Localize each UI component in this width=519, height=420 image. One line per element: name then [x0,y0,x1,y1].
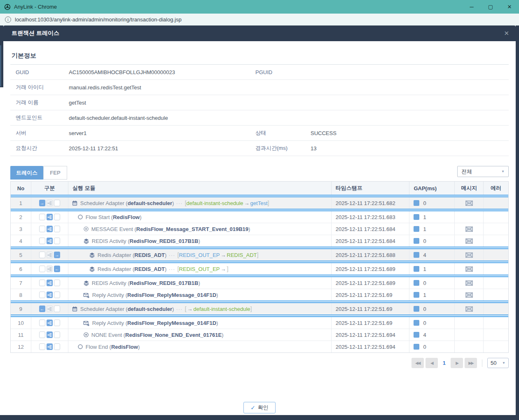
maximize-button[interactable]: ▢ [481,0,500,14]
gap-cell: 1 [409,263,455,275]
table-row[interactable]: 10Reply Activity ( RedisFlow_ReplyMessag… [11,317,508,329]
info-row: 요청시간2025-12-11 17:22:51경과시간(ms)13 [10,141,509,156]
confirm-button-label: 확인 [258,404,269,411]
table-row[interactable]: 6←Redis Adapter ( REDIS_ADT )···[REDIS_O… [11,263,508,275]
tabs-row: 트레이스 FEP 전체 ▼ [10,166,509,180]
gap-cell: 1 [409,223,455,235]
gap-bar [414,214,419,220]
first-page-button[interactable]: ◀◀ [411,358,424,368]
current-page-number: 1 [443,360,446,366]
confirm-button[interactable]: ✓ 확인 [243,402,276,413]
endpoint-name: getTest [250,200,268,206]
last-page-button[interactable]: ▶▶ [465,358,477,368]
page-size-select[interactable]: 50 ▼ [487,358,509,368]
error-cell [484,341,508,352]
gap-cell: 0 [409,317,455,329]
outbound-marker-icon [54,226,60,232]
table-row[interactable]: 2Flow Start ( RedisFlow )2025-12-11 17:2… [11,211,508,223]
message-envelope-icon[interactable] [465,266,473,272]
message-envelope-icon[interactable] [465,238,473,244]
trace-filter-select[interactable]: 전체 ▼ [457,166,509,177]
gap-value: 4 [423,332,426,338]
inbound-marker-icon [39,292,45,298]
gap-bar [414,280,419,286]
table-row[interactable]: 5→Redis Adapter ( REDIS_ADT )···[REDIS_O… [11,249,508,261]
row-markers: ← [31,263,68,275]
row-number: 6 [11,263,31,275]
gap-value: 4 [423,252,426,258]
flow-marker-icon [47,320,53,326]
module-cell: REDIS Activity ( RedisFlow_REDIS_017B1B … [68,277,332,289]
table-row[interactable]: 11NONE Event ( RedisFlow_None_END_Event_… [11,329,508,341]
endpoint-name: REDIS_OUT_EP [179,266,220,272]
basic-info-heading: 기본정보 [10,52,509,65]
module-type-suffix: ) [248,226,250,232]
info-value: 2025-12-11 17:22:51 [69,145,255,152]
dialog-title: 트랜잭션 트레이스 [12,30,59,37]
row-number: 12 [11,341,31,352]
gap-cell: 0 [409,277,455,289]
inbound-marker-icon [39,331,45,338]
module-cell: Redis Adapter ( REDIS_ADT )···[REDIS_OUT… [68,249,332,261]
gap-value: 0 [423,200,426,206]
message-envelope-icon[interactable] [465,201,473,206]
module-name: default-scheduler [128,306,172,312]
module-type: Scheduler Adapter ( [80,200,128,206]
chrome-icon [4,4,11,10]
reply-icon [83,320,90,326]
module-type-suffix: ) [172,306,174,312]
outbound-marker-icon [54,343,60,350]
message-envelope-icon[interactable] [465,226,473,232]
table-row[interactable]: 9←Scheduler Adapter ( default-scheduler … [11,303,508,315]
table-row[interactable]: 8Reply Activity ( RedisFlow_ReplyMessage… [11,289,508,301]
info-row: 엔드포인트default-scheduler.default-instant-s… [10,110,509,126]
module-name: default-scheduler [128,200,172,206]
flow-marker-icon [47,214,53,220]
module-type-suffix: ) [198,280,200,286]
circle-x-icon [83,226,89,232]
close-window-button[interactable]: ✕ [500,0,519,14]
gap-cell: 0 [409,197,455,209]
module-type: NONE Event ( [91,332,125,338]
message-envelope-icon[interactable] [465,292,473,298]
tab-fep[interactable]: FEP [43,166,67,180]
info-row: 거래 이름getTest [10,95,509,110]
module-name: REDIS_ADT [134,266,165,272]
prev-page-button[interactable]: ◀ [425,358,438,368]
table-row[interactable]: 7REDIS Activity ( RedisFlow_REDIS_017B1B… [11,277,508,289]
trace-table-header: No구분실행 모듈타임스탬프GAP(ms)메시지에러 [11,181,508,195]
module-name: RedisFlow_ReplyMessage_014F1D [127,320,216,326]
reply-icon [83,292,90,298]
site-info-icon[interactable]: i [5,16,11,23]
module-type-suffix: ) [138,344,140,350]
message-envelope-icon[interactable] [465,306,473,312]
browser-url-bar[interactable]: i localhost:10303/anylink-admin/admin/mo… [0,14,519,26]
message-cell [455,223,484,235]
table-row[interactable]: 12Flow End ( RedisFlow )2025-12-11 17:22… [11,341,508,352]
module-type: Scheduler Adapter ( [80,306,128,312]
table-row[interactable]: 3MESSAGE Event ( RedisFlow_Message_START… [11,223,508,235]
info-label: 상태 [255,129,311,137]
endpoint-name: REDIS_ADT [227,252,257,258]
next-page-button[interactable]: ▶ [451,358,463,368]
flow-marker-icon [47,238,53,244]
column-header: No [11,182,31,195]
calendar-icon [72,200,78,206]
outbound-marker-icon [54,331,60,338]
info-label: 서버 [16,129,69,137]
table-row[interactable]: 1→Scheduler Adapter ( default-scheduler … [11,197,508,209]
timestamp: 2025-12-11 17:22:51.683 [332,211,410,223]
message-envelope-icon[interactable] [465,280,473,286]
module-cell: Flow Start ( RedisFlow ) [68,211,332,223]
table-row[interactable]: 4REDIS Activity ( RedisFlow_REDIS_017B1B… [11,235,508,247]
minimize-button[interactable]: ─ [462,0,481,14]
trace-filter-value: 전체 [461,168,472,175]
url-text: localhost:10303/anylink-admin/admin/moni… [15,16,182,23]
info-row: GUIDAC150005AMIBHOCBFOLLGJHM00000023PGUI… [10,65,509,80]
message-envelope-icon[interactable] [465,252,473,258]
basic-info-grid: GUIDAC150005AMIBHOCBFOLLGJHM00000023PGUI… [10,65,509,156]
timestamp: 2025-12-11 17:22:51.684 [332,223,410,235]
module-type: REDIS Activity ( [92,280,130,286]
dialog-close-icon[interactable]: ✕ [504,30,509,37]
tab-trace[interactable]: 트레이스 [10,166,43,180]
